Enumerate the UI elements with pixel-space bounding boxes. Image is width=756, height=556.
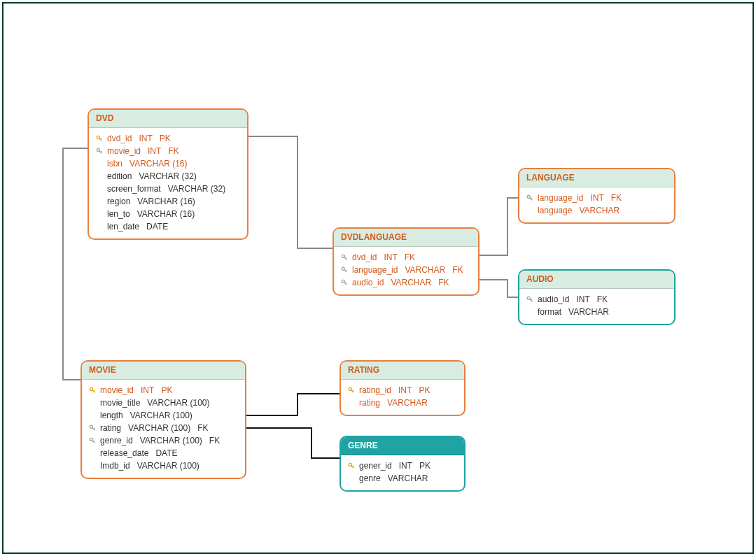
- column-row: formatVARCHAR: [525, 306, 668, 318]
- column-name: isbn: [104, 157, 122, 170]
- svg-point-10: [349, 387, 351, 390]
- entity-genre[interactable]: GENRE gener_idINTPKgenreVARCHAR: [340, 436, 465, 492]
- column-flag: PK: [153, 132, 171, 145]
- entity-rating[interactable]: RATING rating_idINTPKratingVARCHAR: [340, 360, 465, 416]
- entity-title: RATING: [341, 362, 464, 380]
- entity-title: DVDLANGUAGE: [334, 229, 478, 247]
- column-type: VARCHAR: [561, 306, 609, 318]
- column-row: Imdb_idVARCHAR (100): [88, 459, 239, 472]
- column-name: genre: [356, 472, 381, 485]
- column-flag: FK: [398, 251, 415, 264]
- fk-key-icon: [340, 254, 349, 261]
- column-row: isbnVARCHAR (16): [94, 157, 241, 170]
- svg-point-2: [342, 255, 344, 257]
- svg-point-1: [97, 148, 99, 151]
- column-type: VARCHAR: [572, 204, 620, 217]
- column-type: DATE: [148, 447, 177, 459]
- column-row: ratingVARCHAR: [346, 397, 458, 409]
- column-name: audio_id: [535, 293, 569, 306]
- column-row: len_dateDATE: [94, 220, 241, 233]
- fk-key-icon: [88, 425, 97, 432]
- column-name: len_to: [104, 208, 130, 220]
- column-name: format: [535, 306, 561, 318]
- key-icon: [348, 387, 355, 394]
- column-row: language_idINTFK: [525, 192, 668, 204]
- entity-language[interactable]: LANGUAGE language_idINTFKlanguageVARCHAR: [518, 168, 676, 224]
- column-type: VARCHAR: [380, 397, 428, 409]
- column-name: rating_id: [356, 384, 391, 397]
- key-icon: [526, 194, 533, 201]
- column-row: regionVARCHAR (16): [94, 195, 241, 208]
- column-type: VARCHAR (100): [123, 409, 192, 422]
- column-type: VARCHAR: [381, 472, 428, 485]
- column-type: VARCHAR: [398, 264, 445, 276]
- key-icon: [89, 437, 96, 444]
- key-icon: [526, 296, 533, 303]
- pk-key-icon: [346, 387, 356, 394]
- column-type: VARCHAR: [384, 276, 431, 289]
- column-type: VARCHAR (32): [132, 170, 196, 183]
- column-name: dvd_id: [104, 132, 132, 145]
- column-type: INT: [132, 132, 152, 145]
- key-icon: [348, 462, 355, 469]
- column-row: genreVARCHAR: [346, 472, 458, 485]
- column-name: edition: [104, 170, 132, 183]
- column-type: VARCHAR (16): [130, 195, 195, 208]
- entity-title: DVD: [89, 110, 247, 128]
- column-type: INT: [392, 459, 412, 472]
- column-name: movie_id: [97, 384, 134, 397]
- svg-point-6: [527, 297, 530, 299]
- column-type: VARCHAR (16): [122, 157, 187, 170]
- column-name: rating: [356, 397, 380, 409]
- column-row: movie_titleVARCHAR (100): [88, 397, 239, 409]
- column-row: lengthVARCHAR (100): [88, 409, 239, 422]
- column-type: VARCHAR (100): [130, 459, 200, 472]
- key-icon: [89, 387, 96, 394]
- column-name: region: [104, 195, 130, 208]
- column-row: languageVARCHAR: [525, 204, 668, 217]
- entity-dvdlanguage[interactable]: DVDLANGUAGE dvd_idINTFKlanguage_idVARCHA…: [332, 227, 479, 296]
- column-flag: PK: [412, 459, 430, 472]
- column-flag: FK: [161, 145, 178, 157]
- fk-key-icon: [525, 296, 535, 303]
- svg-point-11: [349, 463, 351, 466]
- column-flag: FK: [202, 434, 220, 447]
- column-flag: FK: [431, 276, 449, 289]
- column-name: Imdb_id: [97, 459, 130, 472]
- key-icon: [341, 266, 348, 273]
- pk-key-icon: [346, 462, 356, 469]
- column-row: dvd_idINTPK: [94, 132, 241, 145]
- column-type: INT: [377, 251, 397, 264]
- fk-key-icon: [340, 279, 349, 286]
- column-type: VARCHAR (100): [121, 422, 190, 434]
- column-row: genre_idVARCHAR (100)FK: [88, 434, 239, 447]
- column-row: release_dateDATE: [88, 447, 239, 459]
- column-name: dvd_id: [349, 251, 377, 264]
- column-name: len_date: [104, 220, 139, 233]
- column-name: genre_id: [97, 434, 133, 447]
- column-name: movie_title: [97, 397, 140, 409]
- entity-audio[interactable]: AUDIO audio_idINTFKformatVARCHAR: [518, 269, 676, 325]
- entity-title: GENRE: [341, 437, 464, 455]
- svg-point-9: [90, 438, 92, 441]
- column-name: language: [535, 204, 572, 217]
- column-type: VARCHAR (32): [161, 183, 225, 195]
- column-name: rating: [97, 422, 121, 434]
- column-flag: FK: [190, 422, 208, 434]
- column-type: VARCHAR (100): [140, 397, 209, 409]
- column-row: movie_idINTPK: [88, 384, 239, 397]
- fk-key-icon: [525, 194, 535, 201]
- column-type: VARCHAR (16): [130, 208, 195, 220]
- column-row: audio_idVARCHARFK: [340, 276, 472, 289]
- column-row: movie_idINTFK: [94, 145, 241, 157]
- column-flag: PK: [412, 384, 430, 397]
- column-flag: FK: [590, 293, 608, 306]
- column-row: language_idVARCHARFK: [340, 264, 472, 276]
- entity-title: AUDIO: [519, 271, 674, 289]
- entity-movie[interactable]: MOVIE movie_idINTPKmovie_titleVARCHAR (1…: [80, 360, 246, 479]
- key-icon: [89, 425, 96, 432]
- diagram-frame: DVD dvd_idINTPKmovie_idINTFKisbnVARCHAR …: [2, 2, 754, 554]
- entity-dvd[interactable]: DVD dvd_idINTPKmovie_idINTFKisbnVARCHAR …: [88, 108, 248, 240]
- column-name: release_date: [97, 447, 148, 459]
- column-name: gener_id: [356, 459, 392, 472]
